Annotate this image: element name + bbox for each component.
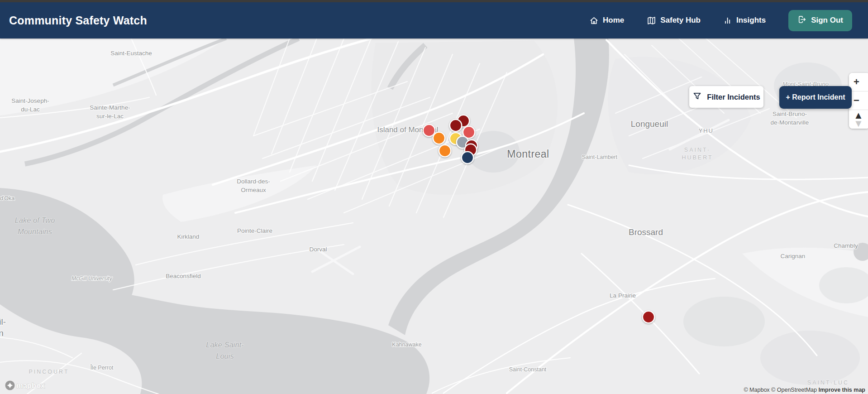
map-place-label: HUBERT: [682, 154, 713, 161]
map-place-label: reuil-: [0, 317, 6, 327]
incident-marker[interactable]: [433, 132, 445, 144]
map-place-label: Brossard: [629, 227, 663, 237]
zoom-in-button[interactable]: +: [849, 73, 868, 91]
filter-icon: [692, 91, 702, 103]
map-navigation-control: + − ▲ ▼: [849, 73, 868, 129]
map-place-label: SAINT-: [684, 147, 711, 153]
map-icon: [647, 16, 656, 25]
top-strip: [0, 0, 868, 2]
app-header: Community Safety Watch Home Safety Hub I…: [0, 2, 868, 38]
incident-marker[interactable]: [450, 120, 462, 131]
sign-out-label: Sign Out: [811, 16, 843, 25]
map-place-label: Kirkland: [177, 233, 200, 240]
map-place-label: Beaconsfield: [166, 273, 200, 279]
home-icon: [589, 16, 599, 25]
log-out-icon: [797, 15, 806, 26]
bar-chart-icon: [723, 16, 732, 25]
nav-label: Insights: [736, 16, 766, 25]
map-container: Saint-EustacheSaint-Joseph-du-LacSainte-…: [0, 38, 868, 394]
minus-icon: −: [854, 95, 859, 106]
map-place-label: Montreal: [507, 148, 549, 160]
plus-icon: +: [854, 76, 859, 88]
map-place-label: Île Perrot: [90, 364, 114, 371]
map-place-label: Louis: [216, 352, 234, 360]
improve-map-link[interactable]: Improve this map: [819, 387, 866, 393]
map-place-label: YHU: [698, 127, 713, 134]
map-place-label: Lake of Two: [15, 216, 55, 224]
nav-item-insights[interactable]: Insights: [723, 16, 766, 25]
map-place-label: Saint-Lambert: [582, 154, 618, 160]
map-place-label: de-Montarville: [771, 119, 809, 126]
filter-incidents-button[interactable]: Filter Incidents: [689, 86, 763, 108]
map-place-label: La Prairie: [610, 292, 636, 299]
attribution-osm-link[interactable]: © OpenStreetMap: [771, 387, 817, 393]
report-label: + Report Incident: [786, 93, 845, 101]
map-place-label: Chambly: [834, 242, 858, 249]
map-place-label: Dollard-des-: [237, 178, 270, 185]
nav-label: Home: [603, 16, 624, 25]
incident-marker[interactable]: [462, 152, 473, 163]
zoom-out-button[interactable]: −: [849, 91, 868, 110]
map-place-label: Ormeaux: [241, 187, 266, 193]
map-place-label: Saint-Joseph-: [11, 97, 49, 104]
map-place-label: McGill University: [72, 275, 112, 282]
map-place-label: d'Oka: [0, 195, 14, 202]
pitch-toggle-button[interactable]: ▲ ▼: [849, 110, 868, 129]
page-title: Community Safety Watch: [9, 14, 147, 27]
filter-label: Filter Incidents: [707, 93, 760, 101]
triangle-down-icon: ▼: [854, 120, 863, 127]
map-place-label: Saint-Bruno-: [773, 111, 807, 117]
report-incident-button[interactable]: + Report Incident: [779, 86, 852, 109]
map-place-label: sur-le-Lac: [96, 113, 124, 120]
map-place-label: SAINT-LUC: [807, 380, 849, 386]
map-attribution: © Mapbox © OpenStreetMap Improve this ma…: [744, 387, 865, 393]
map-place-label: Saint-Constant: [509, 366, 547, 373]
main-nav: Home Safety Hub Insights Sign Out: [589, 10, 852, 31]
incident-marker[interactable]: [423, 125, 435, 136]
map-place-label: Kahnawake: [392, 341, 421, 348]
map-place-label: Longueuil: [631, 119, 668, 129]
map-place-label: Dorval: [309, 246, 327, 253]
map-place-label: PINCOURT: [29, 369, 69, 375]
incident-marker[interactable]: [643, 311, 654, 323]
map-place-label: Sainte-Marthe-: [90, 104, 130, 111]
map-place-label: du-Lac: [21, 106, 40, 113]
map-place-label: Saint-Eustache: [110, 50, 152, 57]
app-window: Community Safety Watch Home Safety Hub I…: [0, 0, 868, 394]
map-place-label: Mountains: [18, 227, 52, 235]
mapbox-wordmark: mapbox: [16, 381, 45, 389]
sign-out-button[interactable]: Sign Out: [788, 10, 852, 31]
attribution-mapbox-link[interactable]: © Mapbox: [744, 387, 769, 393]
mapbox-logo[interactable]: mapbox: [5, 380, 48, 391]
map-place-label: Carignan: [781, 253, 806, 259]
map-place-label: rion: [0, 328, 4, 338]
map-place-label: Lake Saint-: [206, 341, 244, 349]
nav-item-home[interactable]: Home: [589, 16, 624, 25]
nav-item-safety-hub[interactable]: Safety Hub: [647, 16, 701, 25]
map-place-label: Pointe-Claire: [237, 227, 272, 234]
nav-label: Safety Hub: [660, 16, 701, 25]
incident-marker[interactable]: [439, 145, 451, 157]
